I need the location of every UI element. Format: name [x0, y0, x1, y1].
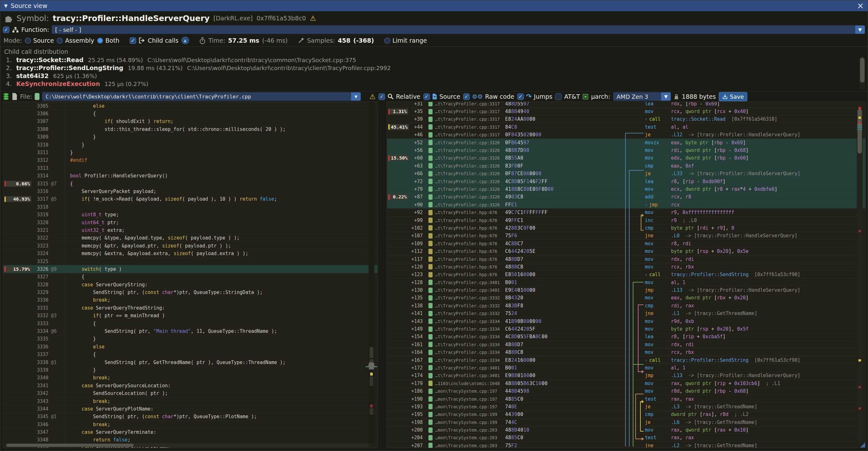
source-line[interactable]: 3341 case ServerQuerySourceLocation: — [3, 382, 377, 389]
child-call-item[interactable]: 1.tracy::Socket::Read25.25 ms (54.89%)C:… — [4, 56, 864, 64]
assembly-line[interactable]: +143…t\TracyProfiler.cpp:333441B90B00000… — [387, 317, 865, 325]
assembly-line[interactable]: 15.50%+60…t\TracyProfiler.cpp:33268B55A0… — [387, 154, 865, 162]
child-call-item[interactable]: 4.KeSynchronizeExecution125 µs (0.27%) — [4, 80, 864, 88]
assembly-line[interactable]: +135…t\TracyProfiler.cpp:33328B4320movea… — [387, 294, 865, 302]
assembly-line[interactable]: +130…t\TracyProfiler.cpp:3401E9E4010000j… — [387, 286, 865, 294]
limit-range-toggle[interactable]: Limit range — [384, 37, 427, 44]
assembly-line[interactable]: +46…t\TracyProfiler.cpp:33170F8435020000… — [387, 131, 865, 139]
collapse-triangle-icon[interactable]: ▼ — [4, 3, 8, 8]
assembly-line[interactable]: +112…t\TracyProfiler.hpp:676C64424205Emo… — [387, 247, 865, 255]
source-line[interactable]: 3338@1 SendString( ptr, GetThreadName( p… — [3, 358, 377, 366]
source-line[interactable]: 3342 SendSourceLocation( ptr ); — [3, 389, 377, 397]
march-dropdown[interactable]: AMD Zen 3 ▼ — [613, 92, 671, 101]
source-line[interactable]: 15.79%3326@9 switch( type ) — [3, 265, 377, 273]
att-checkbox[interactable]: ✓ — [555, 93, 562, 100]
source-line[interactable]: 3310 } — [3, 141, 377, 148]
source-line[interactable]: 3346 break; — [3, 420, 377, 428]
source-line[interactable]: 3327 { — [3, 273, 377, 280]
assembly-line[interactable]: +99…t\TracyProfiler.hpp:67649FFC1incr9 ;… — [387, 216, 865, 224]
jumps-toggle[interactable]: ✓ ↷ Jumps — [517, 93, 553, 100]
raw-code-toggle[interactable]: ✓ ⚙⚙ Raw code — [463, 93, 515, 100]
assembly-line[interactable]: +149…t\TracyProfiler.cpp:3334C64424205Fm… — [387, 325, 865, 332]
assembly-panel[interactable]: +31…t\TracyProfiler.cpp:3317488D5597lear… — [387, 101, 866, 448]
radio-icon[interactable] — [25, 38, 31, 43]
assembly-line[interactable]: +200…mon\TracySystem.cpp:203488B4010movr… — [387, 426, 865, 433]
source-line[interactable]: 46.93%3317@5 if( !m_sock->Read( &payload… — [3, 195, 377, 203]
child-call-scrollbar[interactable] — [859, 56, 865, 90]
mode-option-both[interactable]: Both — [97, 37, 119, 44]
source-line[interactable]: 3348 return false; — [3, 436, 377, 444]
assembly-line[interactable]: +164…t\TracyProfiler.cpp:3334488BCBmovrc… — [387, 349, 865, 356]
radio-icon[interactable] — [57, 38, 63, 43]
function-dropdown[interactable]: [ - self - ] ▼ — [52, 25, 865, 34]
assembly-line[interactable]: +120…t\TracyProfiler.hpp:676488BCBmovrcx… — [387, 263, 865, 270]
close-icon[interactable]: × — [857, 2, 864, 10]
assembly-line[interactable]: 0.22%+87…t\TracyProfiler.cpp:33264903C8a… — [387, 193, 865, 201]
source-line[interactable]: 3339 } — [3, 366, 377, 373]
source-toggle[interactable]: ✓ Source — [423, 93, 460, 100]
source-line[interactable]: 3306 { — [3, 110, 377, 117]
minimap-knob[interactable] — [368, 362, 375, 369]
radio-icon[interactable] — [97, 38, 103, 43]
assembly-line[interactable]: +138…t\TracyProfiler.cpp:3332483BF8cmprd… — [387, 302, 865, 309]
chevron-down-icon[interactable]: ▼ — [351, 92, 361, 101]
source-line[interactable]: 3330 break; — [3, 296, 377, 304]
source-line[interactable]: 3318 — [3, 203, 377, 211]
assembly-line[interactable]: +56…t\TracyProfiler.cpp:3326488B7D98movr… — [387, 146, 865, 154]
assembly-line[interactable]: +39…t\TracyProfiler.cpp:3317E824AA0000‹c… — [387, 115, 865, 123]
resize-handle-icon[interactable] — [860, 442, 865, 448]
radio-icon[interactable] — [384, 38, 390, 43]
assembly-line[interactable]: +109…t\TracyProfiler.hpp:6764C8BC7movr8,… — [387, 240, 865, 247]
att-toggle[interactable]: ✓ AT&T — [555, 93, 580, 100]
source-line[interactable]: 3347 case ServerQueryTerminate: — [3, 428, 377, 436]
collapse-child-calls-button[interactable]: ▲ — [181, 37, 189, 44]
assembly-line[interactable]: +198…mon\TracySystem.cpp:199744Cje.L6 ->… — [387, 418, 865, 426]
source-checkbox[interactable]: ✓ — [423, 93, 430, 100]
source-line[interactable]: 3316 ServerQueryPacket payload; — [3, 187, 377, 195]
source-line[interactable]: 3312#endif — [3, 156, 377, 164]
child-calls-checkbox[interactable]: ✓ — [129, 37, 136, 44]
source-line[interactable]: 3336 else — [3, 343, 377, 350]
source-line[interactable]: 3344 case ServerQueryPlotName: — [3, 405, 377, 413]
function-checkbox[interactable]: ✓ — [3, 26, 9, 33]
assembly-line[interactable]: 1.31%+35…t\TracyProfiler.cpp:3317488B494… — [387, 107, 865, 115]
assembly-line[interactable]: +107…t\TracyProfiler.hpp:67675F6jne.L0 -… — [387, 232, 865, 240]
source-line[interactable]: 3322 memcpy( &type, &payload.type, sizeo… — [3, 234, 377, 242]
source-line[interactable]: 3335 } — [3, 335, 377, 343]
source-line[interactable]: 3334@6 SendString( ptr, "Main thread", 1… — [3, 327, 377, 335]
assembly-line[interactable]: +72…t\TracyProfiler.cpp:33264C8D05F146F2… — [387, 177, 865, 185]
assembly-line[interactable]: +52…t\TracyProfiler.cpp:33260FB64597movz… — [387, 139, 865, 146]
assembly-line[interactable]: +186…mon\TracySystem.cpp:197448B4598movr… — [387, 387, 865, 395]
source-panel[interactable]: 3305 else3306 {3307 if( shouldExit ) ret… — [3, 101, 378, 448]
source-hscrollbar[interactable] — [5, 443, 369, 447]
source-line[interactable]: 3321 uint32_t extra; — [3, 226, 377, 234]
source-line[interactable]: 3314bool Profiler::HandleServerQuery() — [3, 172, 377, 180]
assembly-line[interactable]: +102…t\TracyProfiler.hpp:67642803C0F00cm… — [387, 224, 865, 232]
assembly-line[interactable]: +195…mon\TracySystem.cpp:199443900cmpdwo… — [387, 411, 865, 418]
assembly-line[interactable]: +92…t\TracyProfiler.hpp:67649C7C1FFFFFFF… — [387, 208, 865, 216]
relative-checkbox[interactable]: ✓ — [378, 93, 385, 100]
source-line[interactable]: 3325 — [3, 257, 377, 265]
child-calls-toggle[interactable]: ✓ Child calls — [129, 37, 179, 44]
source-line[interactable]: 3307 if( shouldExit ) return; — [3, 118, 377, 125]
source-minimap[interactable] — [369, 102, 374, 443]
save-button[interactable]: Save — [719, 92, 747, 101]
source-line[interactable]: 3343 break; — [3, 397, 377, 405]
file-dropdown[interactable]: C:\Users\wolf\Desktop\darkrl\contrib\tra… — [42, 92, 361, 101]
source-line[interactable]: 3323 memcpy( &ptr, &payload.ptr, sizeof(… — [3, 242, 377, 249]
assembly-line[interactable]: +190…mon\TracySystem.cpp:1974885C0testra… — [387, 395, 865, 402]
assembly-line[interactable]: +123…t\TracyProfiler.hpp:676E850160000‹c… — [387, 271, 865, 278]
child-call-item[interactable]: 2.tracy::Profiler::SendLongString19.88 m… — [4, 64, 864, 72]
mode-option-source[interactable]: Source — [25, 37, 54, 44]
assembly-line[interactable]: +204…mon\TracySystem.cpp:2034885C0testra… — [387, 434, 865, 442]
mode-option-assembly[interactable]: Assembly — [57, 37, 94, 44]
source-line[interactable]: 3333 { — [3, 320, 377, 327]
source-line[interactable]: 3320 uint64_t ptr; — [3, 218, 377, 226]
assembly-line[interactable]: +193…mon\TracySystem.cpp:197740Eje.L3 ->… — [387, 402, 865, 410]
source-line[interactable]: 3324 memcpy( &extra, &payload.extra, siz… — [3, 249, 377, 257]
assembly-line[interactable]: +117…t\TracyProfiler.hpp:676488BD7movrdx… — [387, 255, 865, 263]
assembly-line[interactable]: +172…t\TracyProfiler.cpp:3401B001moval, … — [387, 364, 865, 371]
assembly-line[interactable]: +31…t\TracyProfiler.cpp:3317488D5597lear… — [387, 101, 865, 107]
source-line[interactable]: 3309 } — [3, 133, 377, 141]
raw-code-checkbox[interactable]: ✓ — [463, 93, 470, 100]
